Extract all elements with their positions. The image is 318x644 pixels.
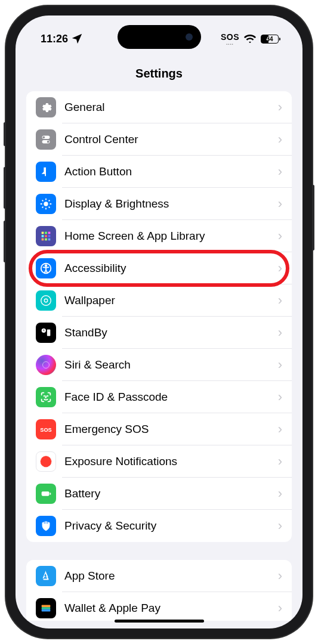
control-icon: [36, 129, 56, 150]
chevron-right-icon: ›: [278, 293, 282, 308]
chevron-right-icon: ›: [278, 164, 282, 179]
chevron-right-icon: ›: [278, 100, 282, 115]
svg-rect-6: [45, 232, 47, 234]
dynamic-island: [118, 25, 201, 49]
home-icon: [36, 226, 56, 246]
privacy-icon: [36, 516, 56, 536]
chevron-right-icon: ›: [278, 422, 282, 437]
settings-row-exposure[interactable]: Exposure Notifications›: [26, 445, 292, 478]
settings-row-battery[interactable]: Battery›: [26, 478, 292, 510]
phone-frame: 11:26 SOS •••• 44 Settings General›Contr…: [6, 6, 312, 638]
general-icon: [36, 97, 56, 117]
chevron-right-icon: ›: [278, 228, 282, 244]
row-label: Display & Brightness: [64, 197, 278, 210]
chevron-right-icon: ›: [278, 196, 282, 212]
access-icon: [36, 258, 56, 278]
chevron-right-icon: ›: [278, 389, 282, 405]
chevron-right-icon: ›: [278, 568, 282, 584]
row-label: Battery: [64, 487, 278, 500]
svg-rect-26: [42, 491, 50, 496]
settings-row-siri[interactable]: Siri & Search›: [26, 349, 292, 381]
settings-row-wallet[interactable]: Wallet & Apple Pay›: [26, 592, 292, 621]
row-label: App Store: [64, 569, 278, 583]
chevron-right-icon: ›: [278, 325, 282, 340]
chevron-right-icon: ›: [278, 357, 282, 373]
wallet-icon: [36, 598, 56, 618]
svg-rect-9: [45, 235, 47, 237]
volume-up-button: [4, 167, 6, 209]
sos-indicator: SOS ••••: [221, 32, 239, 46]
row-label: Emergency SOS: [64, 423, 278, 436]
chevron-right-icon: ›: [278, 132, 282, 147]
svg-rect-30: [42, 609, 51, 612]
chevron-right-icon: ›: [278, 454, 282, 469]
settings-section: App Store›Wallet & Apple Pay›: [26, 560, 292, 621]
settings-row-action[interactable]: Action Button›: [26, 156, 292, 188]
svg-point-15: [45, 265, 47, 267]
svg-rect-8: [42, 235, 44, 237]
row-label: Wallpaper: [64, 294, 278, 307]
settings-row-faceid[interactable]: Face ID & Passcode›: [26, 381, 292, 413]
wifi-icon: [243, 32, 257, 45]
sos-icon: SOS: [36, 419, 56, 439]
svg-rect-18: [47, 330, 51, 336]
row-label: Action Button: [64, 165, 278, 178]
settings-row-access[interactable]: Accessibility›: [26, 252, 292, 284]
svg-point-3: [47, 141, 50, 143]
page-title: Settings: [16, 49, 302, 91]
settings-row-general[interactable]: General›: [26, 91, 292, 123]
chevron-right-icon: ›: [278, 518, 282, 534]
svg-point-19: [43, 362, 50, 369]
svg-point-4: [44, 202, 48, 206]
settings-row-appstore[interactable]: App Store›: [26, 560, 292, 592]
row-label: Accessibility: [64, 262, 278, 275]
home-indicator[interactable]: [115, 620, 204, 623]
chevron-right-icon: ›: [278, 486, 282, 501]
wallpaper-icon: [36, 290, 56, 311]
settings-row-control[interactable]: Control Center›: [26, 123, 292, 156]
row-label: Wallet & Apple Pay: [64, 602, 278, 615]
chevron-right-icon: ›: [278, 600, 282, 616]
row-label: General: [64, 101, 278, 114]
svg-rect-11: [42, 239, 44, 241]
svg-rect-27: [50, 493, 51, 495]
svg-point-21: [47, 396, 48, 397]
silence-switch: [4, 122, 6, 146]
svg-text:SOS: SOS: [40, 427, 51, 433]
svg-rect-29: [42, 607, 51, 609]
faceid-icon: [36, 387, 56, 407]
svg-rect-28: [42, 605, 51, 608]
row-label: Control Center: [64, 133, 278, 146]
exposure-icon: [36, 451, 56, 472]
display-icon: [36, 194, 56, 214]
row-label: Face ID & Passcode: [64, 391, 278, 404]
svg-rect-5: [42, 232, 44, 234]
chevron-right-icon: ›: [278, 261, 282, 276]
settings-list[interactable]: General›Control Center›Action Button›Dis…: [16, 91, 302, 621]
settings-row-display[interactable]: Display & Brightness›: [26, 188, 292, 220]
screen: 11:26 SOS •••• 44 Settings General›Contr…: [16, 16, 302, 628]
row-label: Home Screen & App Library: [64, 230, 278, 243]
appstore-icon: [36, 566, 56, 586]
settings-row-sos[interactable]: SOSEmergency SOS›: [26, 413, 292, 445]
location-icon: [70, 32, 84, 45]
settings-row-wallpaper[interactable]: Wallpaper›: [26, 284, 292, 317]
settings-row-standby[interactable]: StandBy›: [26, 317, 292, 349]
status-time: 11:26: [41, 33, 68, 45]
svg-rect-7: [48, 232, 51, 234]
battery-icon: 44: [261, 35, 279, 44]
svg-point-2: [43, 137, 45, 139]
siri-icon: [36, 355, 56, 375]
svg-point-20: [44, 396, 45, 397]
row-label: Exposure Notifications: [64, 455, 278, 468]
settings-section: General›Control Center›Action Button›Dis…: [26, 91, 292, 542]
settings-row-privacy[interactable]: Privacy & Security›: [26, 510, 292, 542]
row-label: Siri & Search: [64, 358, 278, 371]
svg-rect-12: [45, 239, 47, 241]
volume-down-button: [4, 221, 6, 262]
settings-row-home[interactable]: Home Screen & App Library›: [26, 220, 292, 252]
row-label: StandBy: [64, 326, 278, 339]
svg-point-25: [41, 456, 51, 467]
svg-point-16: [44, 299, 48, 302]
standby-icon: [36, 323, 56, 343]
